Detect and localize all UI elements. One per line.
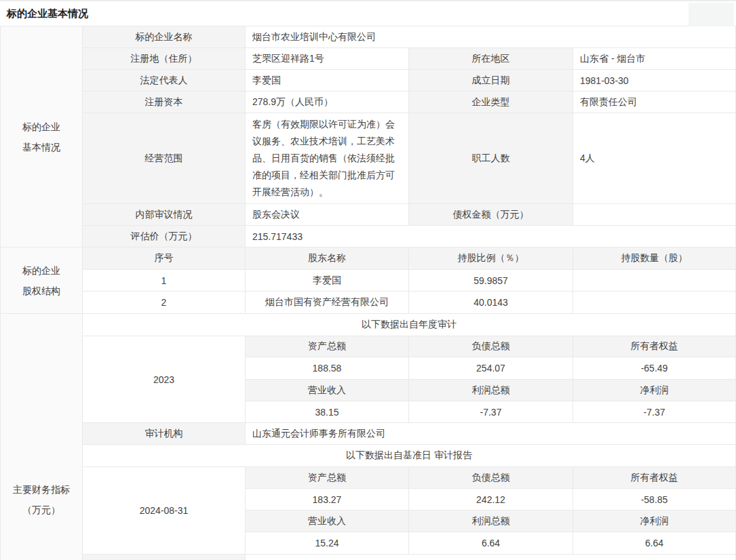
target-company-info-panel: 标的企业基本情况 标的企业 基本情况 标的企业名称 烟台市农业培训中心有限公司 … <box>0 0 736 560</box>
financial-header-owner-equity: 所有者权益 <box>573 467 736 489</box>
financial-value-revenue: 15.24 <box>246 532 409 555</box>
field-label-appraisal-price: 评估价（万元） <box>83 226 246 247</box>
financial-header-total-liabilities: 负债总额 <box>409 336 573 357</box>
field-label-business-scope: 经营范围 <box>83 113 246 204</box>
equity-header-ratio: 持股比例（％） <box>409 247 573 270</box>
financial-header-net-profit: 净利润 <box>573 511 736 532</box>
field-label-region: 所在地区 <box>409 48 573 70</box>
field-value-business-scope: 客房（有效期限以许可证为准）会议服务、农业技术培训，工艺美术品、日用百货的销售（… <box>246 113 409 204</box>
field-value-internal-review: 股东会决议 <box>246 204 409 226</box>
field-value-registered-address: 芝罘区迎祥路1号 <box>246 48 409 70</box>
financial-value-total-profit: 6.64 <box>409 532 573 555</box>
field-label-employee-count: 职工人数 <box>409 113 573 204</box>
financial-value-total-assets: 188.58 <box>246 357 409 380</box>
section-label-equity-structure: 标的企业 股权结构 <box>1 247 83 314</box>
field-value-region: 山东省 - 烟台市 <box>573 48 736 70</box>
equity-row-ratio: 40.0143 <box>409 292 573 314</box>
financial-header-total-profit: 利润总额 <box>409 380 573 401</box>
financial-header-total-liabilities: 负债总额 <box>409 467 573 489</box>
financial-annual-subtitle: 以下数据出自年度审计 <box>83 314 736 336</box>
field-label-internal-review: 内部审议情况 <box>83 204 246 226</box>
financial-header-total-profit: 利润总额 <box>409 511 573 532</box>
field-value-company-type: 有限责任公司 <box>573 92 736 113</box>
equity-row-shareholder-name: 李爱国 <box>246 270 409 292</box>
equity-row-ratio: 59.9857 <box>409 270 573 292</box>
financial-header-revenue: 营业收入 <box>246 511 409 532</box>
field-value-creditor-amount <box>573 204 736 226</box>
financial-value-net-profit: -7.37 <box>573 401 736 423</box>
field-label-legal-representative: 法定代表人 <box>83 70 246 92</box>
financial-header-total-assets: 资产总额 <box>246 467 409 489</box>
equity-row-shareholder-name: 烟台市国有资产经营有限公司 <box>246 292 409 314</box>
financial-annual-period: 2023 <box>83 336 246 423</box>
panel-header: 标的企业基本情况 <box>0 1 736 26</box>
financial-value-total-profit: -7.37 <box>409 401 573 423</box>
field-label-company-type: 企业类型 <box>409 92 573 113</box>
field-value-employee-count: 4人 <box>573 113 736 204</box>
page-title: 标的企业基本情况 <box>7 7 88 20</box>
field-value-registered-capital: 278.9万（人民币） <box>246 92 409 113</box>
field-label-registered-capital: 注册资本 <box>83 92 246 113</box>
financial-header-revenue: 营业收入 <box>246 380 409 401</box>
financial-annual-audit-value: 山东通元会计师事务所有限公司 <box>246 423 736 445</box>
financial-value-total-liabilities: 242.12 <box>409 489 573 511</box>
financial-annual-audit-label: 审计机构 <box>83 423 246 445</box>
financial-value-owner-equity: -58.85 <box>573 489 736 511</box>
field-value-founded-date: 1981-03-30 <box>573 70 736 92</box>
equity-row: 2 烟台市国有资产经营有限公司 40.0143 <box>1 292 736 314</box>
equity-row-index: 1 <box>83 270 246 292</box>
financial-value-owner-equity: -65.49 <box>573 357 736 380</box>
financial-value-revenue: 38.15 <box>246 401 409 423</box>
financial-baseline-period: 2024-08-31 <box>83 467 246 555</box>
header-corner-block <box>689 3 734 26</box>
section-label-financial-indicators: 主要财务指标 （万元） <box>1 314 83 560</box>
financial-value-net-profit: 6.64 <box>573 532 736 555</box>
field-label-creditor-amount: 债权金额（万元） <box>409 204 573 226</box>
equity-row: 1 李爱国 59.9857 <box>1 270 736 292</box>
financial-baseline-subtitle: 以下数据出自基准日 审计报告 <box>83 445 736 467</box>
equity-row-share-count <box>573 270 736 292</box>
financial-baseline-audit-value: 山东通元会计师事务所有限公司 <box>246 555 736 560</box>
field-label-company-name: 标的企业名称 <box>83 26 246 48</box>
field-value-company-name: 烟台市农业培训中心有限公司 <box>246 26 736 48</box>
equity-header-share-count: 持股数量（股） <box>573 247 736 270</box>
financial-value-total-assets: 183.27 <box>246 489 409 511</box>
section-label-basic-info: 标的企业 基本情况 <box>1 26 83 247</box>
field-label-founded-date: 成立日期 <box>409 70 573 92</box>
financial-header-owner-equity: 所有者权益 <box>573 336 736 357</box>
field-label-registered-address: 注册地（住所） <box>83 48 246 70</box>
financial-header-total-assets: 资产总额 <box>246 336 409 357</box>
financial-baseline-audit-label: 审计机构 <box>83 555 246 560</box>
equity-row-index: 2 <box>83 292 246 314</box>
financial-value-total-liabilities: 254.07 <box>409 357 573 380</box>
equity-header-index: 序号 <box>83 247 246 270</box>
company-info-table: 标的企业 基本情况 标的企业名称 烟台市农业培训中心有限公司 注册地（住所） 芝… <box>0 26 736 560</box>
equity-row-share-count <box>573 292 736 314</box>
field-value-legal-representative: 李爱国 <box>246 70 409 92</box>
equity-header-shareholder-name: 股东名称 <box>246 247 409 270</box>
field-value-appraisal-price: 215.717433 <box>246 226 736 247</box>
financial-header-net-profit: 净利润 <box>573 380 736 401</box>
